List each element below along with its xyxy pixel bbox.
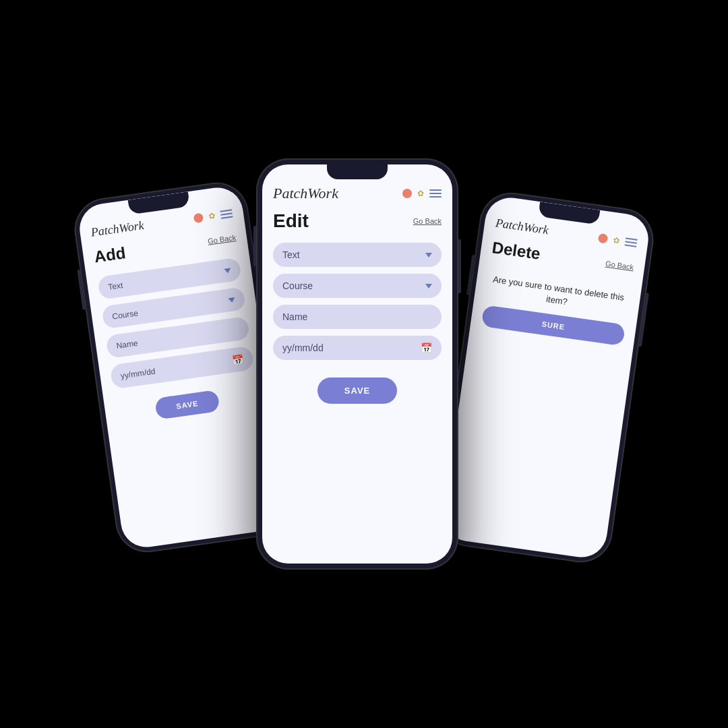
scene: PatchWork ✿ Add Go Back Text <box>61 94 667 634</box>
add-header-icons: ✿ <box>193 208 233 223</box>
add-calendar-icon: 📅 <box>231 353 244 365</box>
add-field-name-label: Name <box>116 338 139 351</box>
delete-header-icons: ✿ <box>598 233 638 247</box>
edit-dropdown-arrow-text <box>425 253 432 257</box>
add-field-course-label: Course <box>112 308 139 321</box>
add-save-button[interactable]: SAVE <box>154 390 220 420</box>
menu-icon-center[interactable] <box>429 189 442 198</box>
menu-icon-left[interactable] <box>220 209 233 218</box>
edit-page-title: Edit <box>273 210 309 232</box>
edit-field-date-label: yy/mm/dd <box>282 342 324 353</box>
add-field-text-label: Text <box>107 280 123 292</box>
menu-icon-right[interactable] <box>624 237 637 247</box>
dot-icon-right <box>598 233 609 243</box>
phone-edit: PatchWork ✿ Edit Go Back Tex <box>256 158 458 570</box>
edit-field-course-label: Course <box>282 280 313 291</box>
dot-icon-center <box>402 189 412 198</box>
edit-logo: PatchWork <box>273 185 338 202</box>
edit-header: PatchWork ✿ <box>273 185 442 202</box>
delete-screen-content: PatchWork ✿ Delete Go Back Are you sure <box>440 195 651 561</box>
edit-screen-content: PatchWork ✿ Edit Go Back Tex <box>262 164 452 564</box>
phone-edit-screen: PatchWork ✿ Edit Go Back Tex <box>262 164 452 564</box>
edit-field-name[interactable]: Name <box>273 305 442 329</box>
edit-field-text[interactable]: Text <box>273 243 442 267</box>
edit-dropdown-arrow-course <box>425 284 432 289</box>
delete-logo: PatchWork <box>495 216 549 237</box>
sun-icon-left: ✿ <box>206 210 217 221</box>
edit-field-text-label: Text <box>282 249 300 260</box>
add-dropdown-arrow-course <box>228 297 235 303</box>
delete-page-title: Delete <box>491 238 541 264</box>
add-dropdown-arrow-text <box>224 268 231 273</box>
edit-field-name-label: Name <box>282 311 307 322</box>
edit-go-back[interactable]: Go Back <box>413 217 442 225</box>
dot-icon-left <box>193 212 204 223</box>
edit-save-button[interactable]: SAVE <box>317 377 397 404</box>
add-page-title: Add <box>93 243 127 266</box>
edit-field-course[interactable]: Course <box>273 274 442 298</box>
edit-calendar-icon: 📅 <box>421 342 432 353</box>
phone-delete-screen: PatchWork ✿ Delete Go Back Are you sure <box>440 195 651 561</box>
edit-header-icons: ✿ <box>402 189 442 198</box>
sun-icon-right: ✿ <box>611 235 621 245</box>
add-go-back[interactable]: Go Back <box>207 233 236 245</box>
add-logo: PatchWork <box>90 218 144 240</box>
edit-field-date[interactable]: yy/mm/dd 📅 <box>273 336 442 360</box>
delete-go-back[interactable]: Go Back <box>605 260 634 272</box>
phone-delete: PatchWork ✿ Delete Go Back Are you sure <box>434 188 657 566</box>
add-field-date-label: yy/mm/dd <box>120 367 156 381</box>
edit-title-row: Edit Go Back <box>273 210 442 232</box>
sun-icon-center: ✿ <box>416 189 425 198</box>
notch-center <box>327 164 388 179</box>
